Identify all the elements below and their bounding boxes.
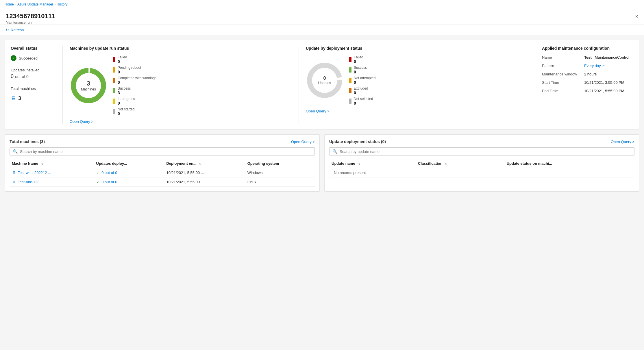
updates-table-open-query[interactable]: Open Query >	[611, 140, 634, 144]
machines-table-header: Total machines (3) Open Query >	[10, 139, 315, 144]
legend-bar-failed	[113, 57, 115, 62]
close-button[interactable]: ×	[635, 14, 638, 20]
updates-chart-area: 0 Updates Failed 0	[306, 55, 528, 105]
updates-legend: Failed 0 Success 0 Not	[349, 55, 375, 105]
legend-bar-progress	[113, 99, 115, 104]
overall-status-section: Overall status ✓ Succeeded Updates insta…	[11, 46, 63, 124]
config-name-row: Name Test MaintainanceControl	[542, 55, 633, 60]
update-legend-excluded: Excluded 0	[349, 86, 375, 95]
col-os: Operating system	[245, 159, 315, 168]
status-label: Succeeded	[19, 56, 38, 60]
page-subtitle: Maintenance run	[6, 21, 638, 25]
cell-updates-1: ✓ 0 out of 0	[94, 168, 164, 177]
success-check-2: ✓	[96, 180, 99, 184]
table-row: 🖥 Test-wsus202212 ... ✓ 0 out of 0 10/21…	[10, 168, 315, 177]
legend-in-progress: In progress 0	[113, 97, 156, 105]
breadcrumb-home[interactable]: Home	[5, 2, 14, 6]
sort-icon-deployment[interactable]: ↑↓	[199, 162, 201, 165]
config-window-value: 2 hours	[584, 72, 597, 76]
legend-count-warnings: 0	[118, 80, 156, 85]
success-check-1: ✓	[96, 171, 99, 175]
no-records-text: No records present	[332, 168, 368, 177]
breadcrumb-history[interactable]: History	[57, 2, 67, 6]
legend-label-pending: Pending reboot	[118, 66, 141, 70]
update-bar-excluded	[349, 88, 351, 93]
config-table: Name Test MaintainanceControl Pattern Ev…	[542, 55, 633, 93]
machines-open-query[interactable]: Open Query >	[70, 119, 93, 124]
overall-status-title: Overall status	[11, 46, 55, 51]
col-updates-deployed: Updates deploy...	[94, 159, 164, 168]
machines-table-open-query[interactable]: Open Query >	[291, 140, 315, 144]
cell-os-1: Windows	[245, 168, 315, 177]
sort-icon-classification[interactable]: ↑↓	[445, 162, 447, 165]
machine-search-icon: 🔍	[13, 149, 18, 154]
total-machines-value: 3	[18, 95, 21, 101]
sort-icon-machine[interactable]: ↑↓	[40, 162, 43, 165]
bottom-panels: Total machines (3) Open Query > 🔍 Machin…	[5, 134, 639, 192]
status-row: ✓ Succeeded	[11, 55, 55, 61]
machine-icon-2: 🖥	[12, 180, 16, 184]
detail-header: × 12345678910111 Maintenance run	[0, 9, 644, 25]
refresh-button[interactable]: ↻ Refresh	[6, 28, 24, 32]
cell-machine-name-1: 🖥 Test-wsus202212 ...	[10, 168, 94, 177]
legend-not-started: Not started 0	[113, 107, 156, 116]
updates-table-header-row: Update name ↑↓ Classification ↑↓ Update …	[329, 159, 634, 168]
update-legend-success: Success 0	[349, 66, 375, 74]
legend-warnings: Completed with warnings 0	[113, 76, 156, 85]
legend-success: Success 3	[113, 86, 156, 95]
machines-legend: Failed 0 Pending reboot 0	[113, 55, 156, 116]
breadcrumb: Home › Azure Update Manager › History	[0, 0, 644, 9]
config-end-value: 10/21/2021, 5:55:00 PM	[584, 89, 624, 93]
config-name-value: Test MaintainanceControl	[584, 55, 629, 60]
machines-donut: 3 Machines	[70, 67, 107, 104]
cell-deployment-end-1: 10/21/2021, 5:55:00 ...	[164, 168, 245, 177]
config-title: Applied maintenance configuration	[542, 46, 633, 51]
machines-table-title: Total machines (3)	[10, 139, 45, 144]
no-records-cell: No records present	[329, 168, 634, 177]
legend-bar-not-started	[113, 109, 115, 114]
updates-chart-section: Update by deployment status 0 Updates	[299, 46, 535, 124]
legend-count-not-started: 0	[118, 111, 135, 116]
config-end-label: End Time	[542, 89, 580, 93]
legend-label-warnings: Completed with warnings	[118, 76, 156, 80]
config-start-value: 10/21/2021, 3:55:00 PM	[584, 80, 624, 85]
updates-out-of: out of 0	[15, 74, 29, 79]
machine-icon-1: 🖥	[12, 171, 16, 175]
legend-count-progress: 0	[118, 101, 135, 105]
machines-table-panel: Total machines (3) Open Query > 🔍 Machin…	[5, 134, 320, 192]
main-content: Overall status ✓ Succeeded Updates insta…	[0, 35, 644, 350]
update-search-input[interactable]	[340, 149, 631, 154]
updates-table: Update name ↑↓ Classification ↑↓ Update …	[329, 159, 634, 177]
update-bar-failed	[349, 57, 351, 62]
updates-center-text: Updates	[318, 81, 331, 85]
legend-failed: Failed 0	[113, 55, 156, 64]
machine-search-input[interactable]	[20, 149, 312, 154]
legend-label-progress: In progress	[118, 97, 135, 101]
updates-link-2[interactable]: 0 out of 0	[101, 180, 117, 184]
updates-donut: 0 Updates	[306, 62, 343, 99]
breadcrumb-azure[interactable]: Azure Update Manager	[17, 2, 53, 6]
refresh-icon: ↻	[6, 28, 9, 32]
config-pattern-value[interactable]: Every day ↗	[584, 64, 605, 68]
legend-bar-pending	[113, 67, 115, 73]
updates-installed-value: 0 out of 0	[11, 73, 55, 79]
legend-label-failed: Failed	[118, 55, 127, 59]
legend-count-success: 3	[118, 90, 131, 95]
updates-link-1[interactable]: 0 out of 0	[101, 171, 117, 175]
sort-icon-update-name[interactable]: ↑↓	[357, 162, 360, 165]
machine-link-1[interactable]: Test-wsus202212 ...	[18, 171, 51, 175]
updates-donut-label: 0 Updates	[318, 75, 331, 85]
updates-open-query[interactable]: Open Query >	[306, 109, 330, 113]
machine-link-2[interactable]: Test-abc-123	[18, 180, 39, 184]
update-search-box[interactable]: 🔍	[329, 147, 634, 155]
legend-label-not-started: Not started	[118, 107, 135, 111]
config-start-label: Start Time	[542, 80, 580, 85]
machine-search-box[interactable]: 🔍	[10, 147, 315, 155]
machines-chart-area: 3 Machines Failed 0	[70, 55, 292, 116]
legend-count-pending: 0	[118, 70, 141, 74]
cell-os-2: Linux	[245, 177, 315, 187]
update-bar-not-attempted	[349, 78, 351, 83]
legend-bar-warnings	[113, 78, 115, 83]
update-bar-success	[349, 67, 351, 73]
total-machines-row: 🖥 3	[11, 95, 55, 101]
